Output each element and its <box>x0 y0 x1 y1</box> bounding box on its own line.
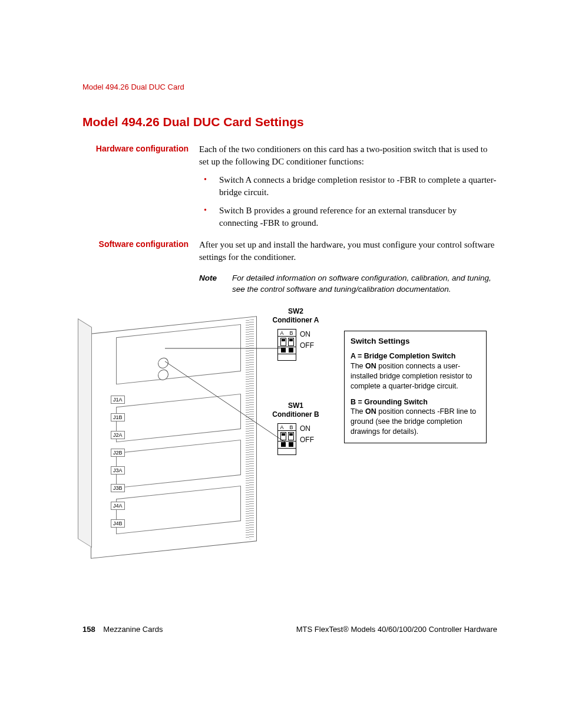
switch-b-body: The ON position connects -FBR line to gr… <box>351 407 476 436</box>
sw2-off-label: OFF <box>300 340 314 351</box>
hardware-intro: Each of the two conditioners on this car… <box>199 143 497 168</box>
note-label: Note <box>199 273 232 295</box>
section-label-software: Software configuration <box>82 239 199 249</box>
footer-doc-title: MTS FlexTest® Models 40/60/100/200 Contr… <box>296 625 497 634</box>
running-header: Model 494.26 Dual DUC Card <box>82 83 497 91</box>
sw2-on-label: ON <box>300 329 314 340</box>
hardware-bullet: Switch B provides a ground reference for… <box>199 205 497 229</box>
switch-a-title: A = Bridge Completion Switch <box>351 352 455 360</box>
sw1-conditioner: Conditioner B <box>272 410 319 419</box>
sw1-name: SW1 <box>288 401 303 410</box>
switch-a-body: The ON position connects a user-installe… <box>351 362 472 390</box>
switch-b-title: B = Grounding Switch <box>351 398 428 406</box>
diagram: J1A J1B J2A J2B J3A J3B J4A J4B SW2 Cond… <box>82 307 497 561</box>
sw2-block: SW2 Conditioner A A B ON OFF <box>260 307 331 361</box>
sw1-on-label: ON <box>300 423 314 434</box>
infobox-heading: Switch Settings <box>351 336 480 347</box>
hardware-bullet: Switch A connects a bridge completion re… <box>199 174 497 199</box>
sw2-conditioner: Conditioner A <box>273 316 319 324</box>
software-intro: After you set up and install the hardwar… <box>199 239 497 263</box>
dip-switch-icon: A B <box>277 423 296 455</box>
footer-section: Mezzanine Cards <box>103 625 163 634</box>
sw2-name: SW2 <box>288 307 303 315</box>
section-label-hardware: Hardware configuration <box>82 143 199 154</box>
page-title: Model 494.26 Dual DUC Card Settings <box>82 115 497 129</box>
page-number: 158 <box>82 625 95 634</box>
switch-settings-box: Switch Settings A = Bridge Completion Sw… <box>344 331 487 443</box>
dip-switch-icon: A B <box>277 329 296 361</box>
note-text: For detailed information on software con… <box>232 273 497 295</box>
sw1-off-label: OFF <box>300 434 314 446</box>
sw1-block: SW1 Conditioner B A B ON OFF <box>260 401 331 455</box>
page-footer: 158 Mezzanine Cards MTS FlexTest® Models… <box>82 625 497 634</box>
